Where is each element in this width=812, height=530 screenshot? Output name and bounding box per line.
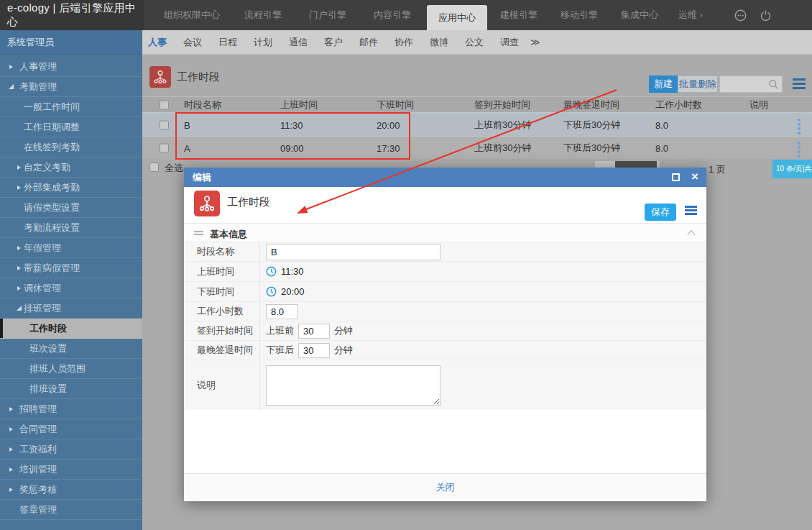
col-header-description: 说明 [749,99,768,111]
search-input[interactable] [722,76,767,92]
col-header-start-time: 上班时间 [280,99,318,111]
batch-delete-button[interactable]: 批量删除 [678,76,718,93]
sidebar-item-attendance-flow[interactable]: 考勤流程设置 [0,218,142,238]
sidebar-item-recruit-mgmt[interactable]: 招聘管理 [0,399,142,419]
tab-plan[interactable]: 计划 [254,36,272,49]
more-icon[interactable] [734,9,747,22]
tab-collaboration[interactable]: 协作 [395,36,413,49]
tab-weibo[interactable]: 微博 [430,36,448,49]
sidebar-item-attendance-mgmt[interactable]: 考勤管理 [0,77,142,97]
clock-icon[interactable] [266,266,277,277]
sidebar-item-training-mgmt[interactable]: 培训管理 [0,460,142,480]
row-checkbox[interactable] [160,120,169,129]
tab-hr[interactable]: 人事 [148,36,167,49]
maximize-icon[interactable] [672,173,680,181]
dialog-title-bar[interactable]: 编辑 × [184,168,706,187]
end-time-value[interactable]: 20:00 [281,286,305,297]
sidebar-item-scheduling-setting[interactable]: 排班设置 [0,379,142,399]
chevron-right-icon [17,246,21,250]
tab-customer[interactable]: 客户 [324,36,343,49]
field-label: 说明 [184,360,260,410]
tab-meeting[interactable]: 会议 [183,36,202,49]
chevron-right-icon [9,488,13,492]
tab-survey[interactable]: 调查 [500,36,519,49]
col-header-period-name: 时段名称 [184,99,221,111]
sidebar-item-seal-mgmt[interactable]: 签章管理 [0,500,142,520]
sidebar-item-paid-sick-leave[interactable]: 带薪病假管理 [0,258,142,278]
top-nav-integration[interactable]: 集成中心 [621,9,658,22]
cell-latest-checkout: 下班后30分钟 [563,119,620,132]
sidebar-item-reward-punish[interactable]: 奖惩考核 [0,480,142,500]
cell-start-time: 09:00 [280,142,304,153]
description-textarea[interactable] [266,365,440,406]
module-tabs: 人事 会议 日程 计划 通信 客户 邮件 协作 微博 公文 调查 ≫ [142,30,812,55]
work-hours-input[interactable] [266,304,298,319]
sidebar-item-workdate-adjust[interactable]: 工作日期调整 [0,117,142,137]
clock-icon[interactable] [266,286,277,297]
select-all-checkbox[interactable] [149,163,159,172]
top-nav-workflow[interactable]: 流程引擎 [244,9,282,22]
sidebar-item-online-checkin[interactable]: 在线签到考勤 [0,137,142,157]
tabs-more-icon[interactable]: ≫ [530,37,540,47]
table-row[interactable]: B 11:30 20:00 上班前30分钟 下班后30分钟 8.0 [142,113,812,136]
sidebar-item-work-period-active[interactable]: 工作时段 [0,319,142,339]
collapse-chevron-icon[interactable] [687,230,695,238]
cell-latest-checkout: 下班后30分钟 [563,142,620,155]
sidebar-item-shift-staff-range[interactable]: 排班人员范围 [0,359,142,379]
page-size-selector[interactable]: 10 条/页|共2条 [772,160,812,178]
close-button[interactable]: 关闭 [436,481,455,494]
save-button[interactable]: 保存 [645,204,676,221]
section-basic-info[interactable]: 基本信息 [184,223,706,242]
checkin-minutes-input[interactable] [298,324,330,339]
top-nav-app-center-active[interactable]: 应用中心 [427,5,487,30]
app-window: e-cology | 后端引擎应用中心 组织权限中心 流程引擎 门户引擎 内容引… [0,0,812,530]
field-label: 下班时间 [184,282,260,301]
sidebar-item-hr-mgmt[interactable]: 人事管理 [0,57,142,77]
table-row[interactable]: A 09:00 17:30 上班前30分钟 下班后30分钟 8.0 [142,136,812,159]
top-nav-modeling[interactable]: 建模引擎 [500,9,538,22]
list-view-icon[interactable] [793,78,806,81]
table-header-row: 时段名称 上班时间 下班时间 签到开始时间 最晚签退时间 工作小时数 说明 [142,96,812,113]
form-row-end-time: 下班时间 20:00 [184,282,706,302]
row-checkbox[interactable] [160,143,169,152]
row-menu-dots-icon[interactable] [798,119,801,122]
select-all-header-checkbox[interactable] [160,100,169,109]
sidebar-item-leave-type[interactable]: 请假类型设置 [0,198,142,218]
list-menu-icon[interactable] [685,206,697,208]
start-time-value[interactable]: 11:30 [281,266,304,277]
form-row-start-time: 上班时间 11:30 [184,262,706,282]
field-label: 上班时间 [184,262,260,281]
sidebar-item-custom-attendance[interactable]: 自定义考勤 [0,157,142,178]
sidebar-item-shift-mgmt[interactable]: 排班管理 [0,298,142,319]
chevron-right-icon [17,165,21,170]
dialog-footer: 关闭 [184,473,706,501]
section-title: 基本信息 [210,228,247,241]
sidebar-item-annual-leave[interactable]: 年假管理 [0,238,142,258]
power-icon[interactable] [760,9,772,22]
top-nav-content[interactable]: 内容引擎 [374,9,411,22]
top-bar: e-cology | 后端引擎应用中心 组织权限中心 流程引擎 门户引擎 内容引… [0,0,812,30]
sidebar-item-salary-welfare[interactable]: 工资福利 [0,439,142,460]
col-header-end-time: 下班时间 [377,99,414,111]
top-nav-portal[interactable]: 门户引擎 [309,9,346,22]
search-icon[interactable] [768,79,779,90]
period-name-input[interactable] [266,244,440,260]
row-menu-dots-icon[interactable] [798,142,801,145]
close-icon[interactable]: × [691,170,698,184]
top-nav-ops[interactable]: 运维 › [678,9,703,22]
sidebar-item-general-work-time[interactable]: 一般工作时间 [0,97,142,117]
sidebar-item-contract-mgmt[interactable]: 合同管理 [0,419,142,439]
sidebar-item-external-attendance[interactable]: 外部集成考勤 [0,178,142,198]
tab-schedule[interactable]: 日程 [218,36,237,49]
new-button[interactable]: 新建 [649,76,678,93]
checkout-minutes-input[interactable] [298,343,330,358]
sidebar-item-comp-leave[interactable]: 调休管理 [0,278,142,298]
cell-end-time: 17:30 [377,142,400,153]
top-nav-org-permission[interactable]: 组织权限中心 [164,9,220,22]
sidebar-item-shift-setting[interactable]: 班次设置 [0,339,142,359]
tab-mail[interactable]: 邮件 [359,36,378,49]
col-header-checkin-start: 签到开始时间 [474,99,530,111]
tab-communication[interactable]: 通信 [289,36,308,49]
top-nav-mobile[interactable]: 移动引擎 [560,9,598,22]
tab-document[interactable]: 公文 [465,36,484,49]
